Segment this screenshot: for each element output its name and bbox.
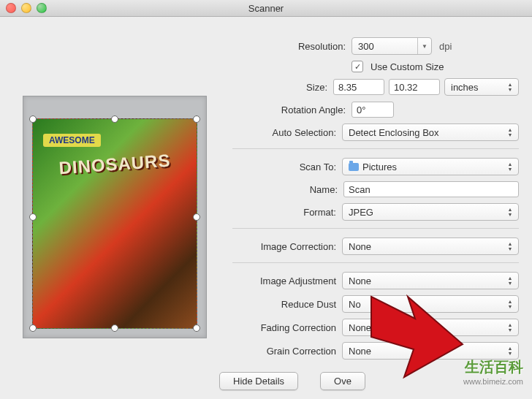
format-label: Format: <box>232 207 342 218</box>
button-bar: Hide Details Ove <box>219 372 519 390</box>
updown-icon: ▲▼ <box>505 274 515 287</box>
dropdown-icon: ▼ <box>417 38 431 54</box>
updown-icon: ▲▼ <box>505 80 515 94</box>
format-select[interactable]: JPEG ▲▼ <box>342 203 519 221</box>
divider <box>232 148 519 149</box>
overview-button[interactable]: Ove <box>320 372 365 390</box>
cover-badge: AWESOME <box>43 134 101 147</box>
rotation-label: Rotation Angle: <box>232 104 352 115</box>
resize-handle[interactable] <box>193 213 200 221</box>
resize-handle[interactable] <box>29 115 37 123</box>
updown-icon: ▲▼ <box>505 321 515 334</box>
auto-selection-label: Auto Selection: <box>232 127 342 138</box>
grain-correction-select[interactable]: None ▲▼ <box>342 342 519 360</box>
settings-pane: Resolution: 300 ▼ dpi ✓ Use Custom Size … <box>229 17 532 399</box>
updown-icon: ▲▼ <box>505 297 515 311</box>
image-adjustment-select[interactable]: None ▲▼ <box>342 272 519 289</box>
grain-correction-label: Grain Correction <box>232 346 342 357</box>
resolution-value: 300 <box>358 41 374 52</box>
name-label: Name: <box>232 184 343 195</box>
image-correction-label: Image Correction: <box>232 241 342 252</box>
size-width-input[interactable]: 8.35 <box>333 79 384 95</box>
image-adjustment-label: Image Adjustment <box>232 276 342 286</box>
auto-selection-select[interactable]: Detect Enclosing Box ▲▼ <box>342 123 519 141</box>
window-title: Scanner <box>0 3 532 14</box>
scan-preview[interactable]: AWESOME DINOSAURS <box>23 96 207 338</box>
resize-handle[interactable] <box>193 115 200 123</box>
scan-to-label: Scan To: <box>232 162 342 172</box>
custom-size-label: Use Custom Size <box>370 61 444 72</box>
updown-icon: ▲▼ <box>505 160 515 173</box>
updown-icon: ▲▼ <box>505 240 515 253</box>
divider <box>232 228 519 229</box>
name-input[interactable]: Scan <box>343 181 519 197</box>
size-height-input[interactable]: 10.32 <box>389 79 440 95</box>
titlebar: Scanner <box>0 0 532 17</box>
reduce-dust-label: Reduce Dust <box>232 299 342 310</box>
divider <box>232 262 519 263</box>
size-label: Size: <box>232 82 333 93</box>
resolution-unit: dpi <box>439 41 452 52</box>
rotation-input[interactable]: 0° <box>352 102 394 118</box>
custom-size-checkbox[interactable]: ✓ <box>352 61 363 72</box>
scan-to-select[interactable]: Pictures ▲▼ <box>342 158 519 175</box>
preview-pane: AWESOME DINOSAURS <box>0 17 229 399</box>
resize-handle[interactable] <box>29 324 37 332</box>
image-correction-select[interactable]: None ▲▼ <box>342 238 519 255</box>
updown-icon: ▲▼ <box>505 126 515 139</box>
resize-handle[interactable] <box>193 324 200 332</box>
resolution-label: Resolution: <box>232 41 352 52</box>
fading-correction-label: Fading Correction <box>232 322 342 333</box>
resize-handle[interactable] <box>111 115 118 123</box>
cover-title: DINOSAURS <box>35 149 194 180</box>
resize-handle[interactable] <box>29 213 37 221</box>
resolution-combo[interactable]: 300 ▼ <box>352 37 432 55</box>
folder-icon <box>349 163 359 171</box>
fading-correction-select[interactable]: None ▲▼ <box>342 319 519 336</box>
hide-details-button[interactable]: Hide Details <box>219 372 298 390</box>
updown-icon: ▲▼ <box>505 344 515 357</box>
reduce-dust-select[interactable]: No ▲▼ <box>342 295 519 313</box>
size-unit-select[interactable]: inches ▲▼ <box>444 78 519 96</box>
resize-handle[interactable] <box>111 324 118 332</box>
scan-selection[interactable]: AWESOME DINOSAURS <box>32 118 197 329</box>
updown-icon: ▲▼ <box>505 205 515 218</box>
